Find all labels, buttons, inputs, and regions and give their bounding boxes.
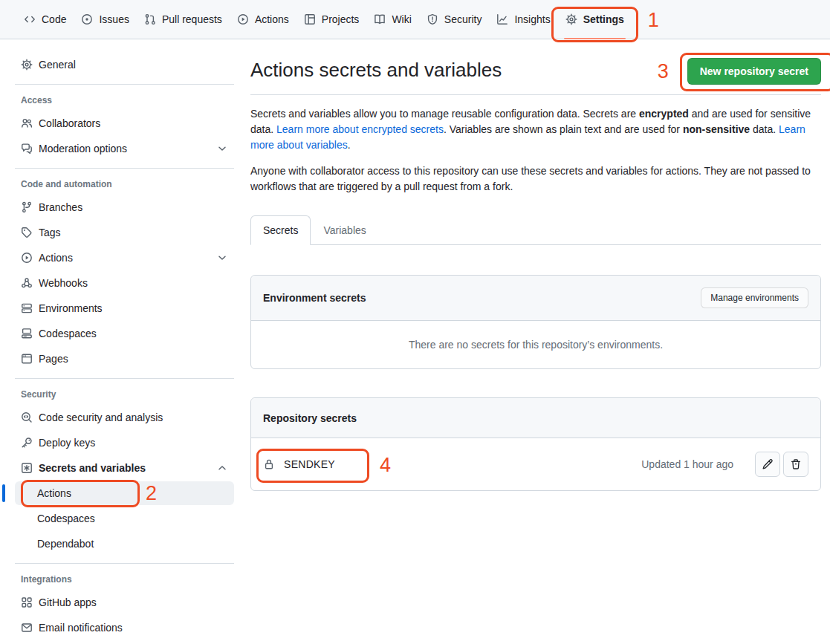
mail-icon bbox=[21, 622, 33, 634]
lock-icon bbox=[263, 458, 275, 470]
sidebar-item-label: Moderation options bbox=[39, 143, 127, 155]
sidebar-item-label: Collaborators bbox=[39, 117, 100, 129]
delete-secret-button[interactable] bbox=[783, 452, 808, 477]
sidebar-section-security: Security bbox=[15, 389, 234, 400]
repository-secrets-title: Repository secrets bbox=[263, 412, 357, 424]
code-icon bbox=[24, 13, 36, 25]
chevron-down-icon bbox=[216, 143, 228, 155]
collaborator-note: Anyone with collaborator access to this … bbox=[250, 163, 821, 195]
key-asterisk-icon bbox=[21, 462, 33, 474]
tab-pull-requests[interactable]: Pull requests bbox=[137, 0, 230, 39]
sidebar-item-email-notifications[interactable]: Email notifications bbox=[15, 616, 234, 640]
sidebar-item-label: GitHub apps bbox=[39, 596, 97, 608]
sidebar-item-label: Environments bbox=[39, 302, 103, 314]
pencil-icon bbox=[762, 458, 774, 470]
server-icon bbox=[21, 302, 33, 314]
repo-tab-bar: Code Issues Pull requests Actions Projec… bbox=[0, 0, 830, 39]
sidebar-item-github-apps[interactable]: GitHub apps bbox=[15, 591, 234, 614]
tab-issues-label: Issues bbox=[99, 13, 129, 25]
secret-updated-timestamp: Updated 1 hour ago bbox=[641, 458, 733, 470]
edit-secret-button[interactable] bbox=[755, 452, 780, 477]
tab-issues[interactable]: Issues bbox=[74, 0, 136, 39]
secrets-variables-tabs: Secrets Variables bbox=[250, 215, 821, 245]
environment-secrets-empty-message: There are no secrets for this repository… bbox=[251, 321, 820, 368]
active-tab-underline bbox=[564, 38, 626, 39]
sidebar-divider bbox=[15, 378, 234, 379]
play-icon bbox=[237, 13, 249, 25]
sidebar-divider bbox=[15, 168, 234, 169]
sidebar-item-codespaces[interactable]: Codespaces bbox=[15, 322, 234, 345]
tab-security[interactable]: Security bbox=[419, 0, 490, 39]
tab-code-label: Code bbox=[42, 13, 66, 25]
tab-settings-label: Settings bbox=[583, 13, 624, 25]
sidebar-item-webhooks[interactable]: Webhooks bbox=[15, 271, 234, 295]
manage-environments-button[interactable]: Manage environments bbox=[701, 287, 808, 308]
browser-icon bbox=[21, 353, 33, 365]
sidebar-item-actions[interactable]: Actions bbox=[15, 246, 234, 270]
settings-sidebar: General Access Collaborators Moderation … bbox=[0, 39, 239, 644]
sidebar-subitem-codespaces[interactable]: Codespaces bbox=[15, 507, 234, 530]
annotation-number-3: 3 bbox=[658, 62, 669, 82]
sidebar-item-label: Deploy keys bbox=[39, 437, 95, 449]
sidebar-section-access: Access bbox=[15, 95, 234, 105]
chevron-up-icon bbox=[216, 462, 228, 474]
environment-secrets-title: Environment secrets bbox=[263, 292, 366, 304]
tab-insights[interactable]: Insights bbox=[489, 0, 557, 39]
chevron-down-icon bbox=[216, 252, 228, 264]
tab-security-label: Security bbox=[444, 13, 482, 25]
shield-icon bbox=[427, 13, 438, 25]
tab-settings[interactable]: Settings 1 bbox=[558, 0, 632, 39]
sidebar-item-label: Actions bbox=[37, 487, 71, 499]
sidebar-item-branches[interactable]: Branches bbox=[15, 195, 234, 219]
inline-link[interactable]: Learn more about encrypted secrets bbox=[276, 123, 444, 135]
gear-icon bbox=[21, 59, 33, 71]
sidebar-item-label: Secrets and variables bbox=[39, 462, 146, 474]
tab-wiki[interactable]: Wiki bbox=[366, 0, 418, 39]
apps-icon bbox=[21, 596, 33, 608]
environment-secrets-card: Environment secrets Manage environments … bbox=[250, 275, 821, 369]
tab-projects-label: Projects bbox=[322, 13, 360, 25]
people-icon bbox=[21, 117, 33, 129]
sidebar-item-environments[interactable]: Environments bbox=[15, 296, 234, 320]
new-repository-secret-button[interactable]: New repository secret bbox=[687, 58, 821, 85]
sidebar-item-label: Webhooks bbox=[39, 277, 88, 289]
book-icon bbox=[374, 13, 386, 25]
sidebar-item-label: Codespaces bbox=[37, 513, 95, 524]
secret-row: SENDKEY 4 Updated 1 hour ago bbox=[251, 438, 820, 490]
sidebar-item-code-security[interactable]: Code security and analysis bbox=[15, 406, 234, 429]
tab-projects[interactable]: Projects bbox=[296, 0, 367, 39]
tab-actions[interactable]: Actions bbox=[230, 0, 296, 39]
sidebar-item-secrets-and-variables[interactable]: Secrets and variables bbox=[15, 456, 234, 480]
annotation-number-1: 1 bbox=[648, 10, 659, 30]
page-title: Actions secrets and variables bbox=[250, 58, 502, 83]
tab-secrets[interactable]: Secrets bbox=[250, 215, 311, 245]
title-divider bbox=[250, 94, 821, 95]
tab-code[interactable]: Code bbox=[16, 0, 74, 39]
active-item-bar bbox=[2, 484, 5, 502]
sidebar-subitem-actions[interactable]: Actions 2 bbox=[15, 481, 234, 505]
tab-wiki-label: Wiki bbox=[392, 13, 411, 25]
sidebar-item-deploy-keys[interactable]: Deploy keys bbox=[15, 431, 234, 455]
table-icon bbox=[304, 13, 316, 25]
repository-secrets-card: Repository secrets SENDKEY 4 Updated 1 h… bbox=[250, 397, 821, 491]
secrets-description: Secrets and variables allow you to manag… bbox=[250, 106, 821, 153]
tag-icon bbox=[21, 227, 33, 238]
sidebar-item-label: Actions bbox=[39, 252, 73, 264]
codespaces-icon bbox=[21, 328, 33, 339]
play-icon bbox=[21, 252, 33, 264]
sidebar-item-label: Dependabot bbox=[37, 538, 94, 550]
graph-icon bbox=[496, 13, 508, 25]
tab-actions-label: Actions bbox=[255, 13, 289, 25]
webhook-icon bbox=[21, 277, 33, 289]
issue-opened-icon bbox=[81, 13, 93, 25]
sidebar-item-moderation-options[interactable]: Moderation options bbox=[15, 137, 234, 160]
sidebar-item-label: Codespaces bbox=[39, 328, 97, 339]
code-scan-icon bbox=[21, 412, 33, 423]
sidebar-subitem-dependabot[interactable]: Dependabot bbox=[15, 532, 234, 556]
sidebar-item-collaborators[interactable]: Collaborators bbox=[15, 111, 234, 135]
sidebar-item-label: Tags bbox=[39, 227, 61, 238]
tab-variables[interactable]: Variables bbox=[311, 215, 378, 245]
sidebar-item-general[interactable]: General bbox=[15, 53, 234, 77]
sidebar-item-pages[interactable]: Pages bbox=[15, 347, 234, 371]
sidebar-item-tags[interactable]: Tags bbox=[15, 221, 234, 244]
